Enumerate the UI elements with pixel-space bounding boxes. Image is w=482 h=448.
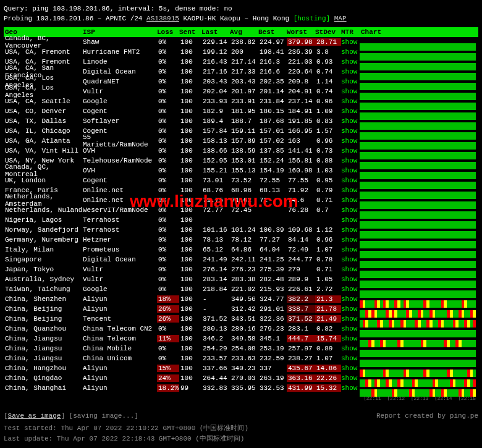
mtr-show-link[interactable]: show	[341, 108, 357, 115]
mtr-show-link[interactable]: show	[341, 335, 357, 342]
loss-cell: 0%	[157, 147, 179, 154]
avg-cell: 280.16	[230, 325, 258, 332]
worst-cell: 237.14	[287, 98, 315, 105]
asn-link[interactable]: AS138915	[146, 15, 179, 22]
loss-cell: 0%	[157, 345, 179, 352]
save-as-image-link[interactable]: Save as image	[8, 412, 61, 420]
mtr-show-link[interactable]: show	[341, 38, 357, 46]
isp-cell: Telehouse/RamNode	[83, 157, 157, 164]
mtr-show-link[interactable]: show	[341, 315, 357, 323]
sent-cell: 100	[179, 206, 201, 214]
mtr-show-link[interactable]: show	[341, 374, 357, 382]
last-cell: 217.16	[201, 68, 230, 75]
loss-cell: 0%	[157, 187, 179, 194]
mtr-show-link[interactable]: show	[341, 157, 357, 164]
avg-cell: 335.95	[230, 384, 258, 392]
loss-cell: 0%	[157, 48, 179, 56]
mtr-show-link[interactable]: show	[341, 137, 357, 145]
mtr-show-link[interactable]: show	[341, 127, 357, 135]
mtr-show-link[interactable]: show	[341, 246, 357, 253]
mtr-show-link[interactable]: show	[341, 355, 357, 362]
loss-cell: 0%	[157, 266, 179, 273]
geo-cell: USA, CO, Denver	[4, 108, 83, 115]
last-cell: 254.29	[201, 345, 230, 352]
stdev-cell: 0.74	[315, 68, 341, 75]
mtr-show-link[interactable]: show	[341, 187, 357, 194]
mtr-show-link[interactable]: show	[341, 167, 357, 174]
mtr-show-link[interactable]: show	[341, 266, 357, 273]
mtr-show-link[interactable]: show	[341, 285, 357, 293]
last-cell: 157.84	[201, 127, 230, 135]
table-body: Canada, BC, VancouverShaw0%100229.14238.…	[4, 37, 478, 403]
worst-cell: 226.61	[287, 285, 315, 293]
probing-ip: 103.198.201.86	[36, 15, 93, 22]
mtr-show-link[interactable]: show	[341, 206, 357, 214]
mtr-cell: show	[341, 197, 360, 204]
stdev-cell: 15.32	[315, 384, 341, 392]
mtr-show-link[interactable]: show	[341, 68, 357, 75]
geo-cell: USA, TX, Dallas	[4, 117, 83, 125]
mtr-show-link[interactable]: show	[341, 216, 357, 224]
geo-cell: Germany, Nuremberg	[4, 236, 83, 243]
mtr-cell: show	[341, 345, 360, 352]
mtr-show-link[interactable]: show	[341, 384, 357, 392]
mtr-show-link[interactable]: show	[341, 48, 357, 56]
isp-cell: Aliyun	[83, 305, 157, 313]
footer: [Save as image] [saving image...] Report…	[4, 412, 478, 443]
geo-cell: Canada, QC, Montreal	[4, 163, 83, 178]
mtr-show-link[interactable]: show	[341, 98, 357, 105]
mtr-cell: show	[341, 236, 360, 243]
sent-cell: 100	[179, 374, 201, 382]
mtr-show-link[interactable]: show	[341, 325, 357, 332]
header-isp: ISP	[83, 28, 157, 36]
stdev-cell: 0.82	[315, 325, 341, 332]
worst-cell: 221.03	[287, 58, 315, 66]
mtr-show-link[interactable]: show	[341, 177, 357, 184]
sent-cell: 100	[179, 256, 201, 263]
isp-cell: Prometeus	[83, 246, 157, 253]
loss-cell: 11%	[157, 335, 179, 342]
best-cell: 180.15	[258, 108, 287, 115]
sent-cell: 100	[179, 197, 201, 204]
mtr-show-link[interactable]: show	[341, 345, 357, 352]
mtr-show-link[interactable]: show	[341, 197, 357, 204]
worst-cell: 74.6	[287, 197, 315, 204]
best-cell: 152.24	[258, 157, 287, 164]
mtr-cell: show	[341, 295, 360, 303]
worst-cell: 220.64	[287, 68, 315, 75]
best-cell: 232.59	[258, 355, 287, 362]
loss-cell: 0%	[157, 256, 179, 263]
loss-cell: 0%	[157, 276, 179, 283]
avg-cell: 153.01	[230, 157, 258, 164]
loss-cell: 0%	[157, 88, 179, 95]
mtr-show-link[interactable]: show	[341, 147, 357, 154]
mtr-show-link[interactable]: show	[341, 295, 357, 303]
last-cell: 73.01	[201, 177, 230, 184]
mtr-show-link[interactable]: show	[341, 236, 357, 243]
isp-cell: China Telecom	[83, 335, 157, 342]
stdev-cell: 0.7	[315, 206, 341, 214]
mtr-show-link[interactable]: show	[341, 276, 357, 283]
geo-cell: China, Jiangsu	[4, 335, 83, 342]
geo-cell: China, Quanzhou	[4, 325, 83, 332]
mtr-show-link[interactable]: show	[341, 305, 357, 313]
mtr-show-link[interactable]: show	[341, 88, 357, 95]
mtr-show-link[interactable]: show	[341, 226, 357, 234]
mtr-show-link[interactable]: show	[341, 365, 357, 372]
worst-cell: 371.52	[287, 315, 315, 323]
mtr-show-link[interactable]: show	[341, 256, 357, 263]
mtr-cell: show	[341, 137, 360, 145]
mtr-show-link[interactable]: show	[341, 58, 357, 66]
stdev-cell: 1.05	[315, 276, 341, 283]
best-cell: 77.27	[258, 236, 287, 243]
isp-cell: OVH	[83, 167, 157, 174]
sent-cell: 100	[179, 78, 201, 85]
loss-cell: 0%	[157, 117, 179, 125]
best-cell: 337	[258, 365, 287, 372]
isp-cell: Aliyun	[83, 374, 157, 382]
mtr-show-link[interactable]: show	[341, 78, 357, 85]
sent-cell: 100	[179, 305, 201, 313]
map-link[interactable]: MAP	[334, 15, 347, 22]
mtr-show-link[interactable]: show	[341, 117, 357, 125]
geo-cell: UK, London	[4, 177, 83, 184]
